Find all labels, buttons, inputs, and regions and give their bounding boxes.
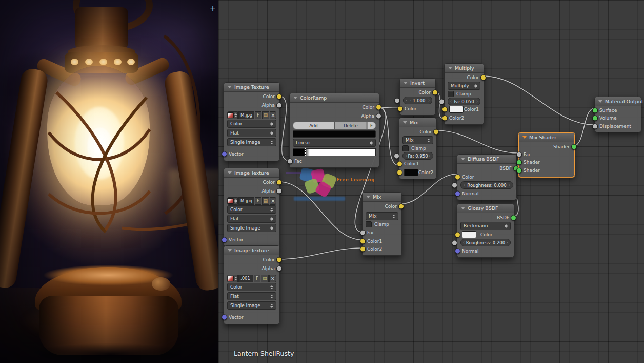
color1-input-socket[interactable] [360,238,366,244]
ramp-stop-tick[interactable] [311,152,311,156]
image-browse-button[interactable] [227,197,238,205]
node-mix-lower[interactable]: Mix Color Mix Clamp Fac Color1 Color2 [362,192,402,256]
color-input-socket[interactable] [455,174,460,180]
clamp-checkbox[interactable] [366,221,372,227]
source-dropdown[interactable]: Single Image [227,138,276,146]
surface-input-socket[interactable] [592,107,598,113]
alpha-output-socket[interactable] [276,265,282,271]
node-header[interactable]: Image Texture [224,246,279,255]
fac-slider[interactable]: ‹Fa: 0.950› [402,152,433,160]
node-header[interactable]: Invert [400,79,435,88]
color-output-socket[interactable] [433,129,439,135]
alpha-output-socket[interactable] [276,188,282,194]
open-image-button[interactable]: ▤ [262,197,269,205]
normal-input-socket[interactable] [455,248,460,254]
node-header[interactable]: Mix [363,193,401,202]
color-output-socket[interactable] [276,257,282,262]
node-header[interactable]: Material Output [595,97,641,106]
vector-input-socket[interactable] [222,237,227,242]
alpha-output-socket[interactable] [276,102,282,108]
node-mix-upper[interactable]: Mix Color Mix Clamp ‹Fa: 0.950› Color1 C… [399,118,437,179]
roughness-slider[interactable]: ‹Roughness: 0.000› [460,181,513,189]
color2-swatch[interactable] [404,169,418,176]
collapse-triangle-icon[interactable] [461,207,465,209]
collapse-triangle-icon[interactable] [461,158,465,160]
collapse-triangle-icon[interactable] [228,249,232,252]
collapse-triangle-icon[interactable] [598,100,602,103]
node-editor[interactable]: Free Learning Free Learning [218,0,644,363]
node-mix-shader[interactable]: Mix Shader Shader Fac Shader Shader [518,132,575,177]
ramp-stop-color-swatch[interactable] [293,130,376,138]
projection-dropdown[interactable]: Flat [227,129,276,137]
collapse-triangle-icon[interactable] [228,171,232,174]
ramp-stop-marker[interactable] [305,148,306,156]
image-browse-button[interactable] [227,111,238,119]
color-space-dropdown[interactable]: Color [227,205,276,214]
fac-input-socket[interactable] [394,98,400,103]
color-space-dropdown[interactable]: Color [227,283,276,291]
projection-dropdown[interactable]: Flat [227,215,276,223]
shader1-input-socket[interactable] [516,160,522,165]
collapse-triangle-icon[interactable] [228,86,232,88]
fake-user-button[interactable]: F [255,111,261,119]
collapse-triangle-icon[interactable] [366,196,370,198]
color-space-dropdown[interactable]: Color [227,120,276,128]
ramp-delete-button[interactable]: Delete [335,122,367,129]
projection-dropdown[interactable]: Flat [227,292,276,300]
color-output-socket[interactable] [480,74,486,80]
color1-swatch[interactable] [449,106,464,113]
color-input-socket[interactable] [455,232,460,237]
vector-input-socket[interactable] [222,151,227,157]
color-input-socket[interactable] [397,106,403,111]
color-output-socket[interactable] [398,203,404,209]
color-output-socket[interactable] [376,104,381,110]
open-image-button[interactable]: ▤ [262,111,269,119]
roughness-input-socket[interactable] [452,182,457,188]
distribution-dropdown[interactable]: Beckmann [460,222,511,230]
ramp-fake-user-button[interactable]: F [367,122,376,129]
fake-user-button[interactable]: F [254,275,260,282]
node-material-output[interactable]: Material Output Surface Volume Displacem… [594,97,641,132]
collapse-triangle-icon[interactable] [293,97,297,99]
vector-input-socket[interactable] [222,314,227,320]
clamp-checkbox[interactable] [402,145,409,151]
normal-input-socket[interactable] [455,190,460,196]
node-glossy-bsdf[interactable]: Glossy BSDF BSDF Beckmann Color ‹Roughne… [457,203,514,258]
region-expand-icon[interactable]: + [208,4,217,13]
blend-type-dropdown[interactable]: Mix [366,212,398,220]
node-header[interactable]: Diffuse BSDF [457,155,516,164]
source-dropdown[interactable]: Single Image [227,301,276,310]
fac-input-socket[interactable] [394,153,399,159]
color2-input-socket[interactable] [397,169,402,175]
collapse-triangle-icon[interactable] [403,121,407,124]
fac-input-socket[interactable] [516,152,522,158]
color-output-socket[interactable] [276,93,282,99]
unlink-image-button[interactable]: × [270,111,276,119]
node-header[interactable]: Multiply [445,64,484,73]
node-header[interactable]: ColorRamp [290,93,379,103]
roughness-input-socket[interactable] [452,240,457,245]
collapse-triangle-icon[interactable] [404,82,408,84]
alpha-output-socket[interactable] [376,113,381,119]
fac-input-socket[interactable] [439,99,445,104]
fac-slider[interactable]: ‹: 1.000› [403,97,432,104]
color-output-socket[interactable] [276,179,282,185]
node-header[interactable]: Image Texture [224,168,279,178]
node-header[interactable]: Image Texture [224,83,279,92]
node-invert[interactable]: Invert Color ‹: 1.000› Color [399,78,436,116]
node-header[interactable]: Mix [399,118,436,127]
image-name-field[interactable]: M.jpg [238,197,254,205]
node-multiply[interactable]: Multiply Color Multiply Clamp ‹Fa: 0.050… [444,63,484,125]
blend-type-dropdown[interactable]: Multiply [448,82,480,90]
node-diffuse-bsdf[interactable]: Diffuse BSDF BSDF Color ‹Roughness: 0.00… [457,154,517,200]
collapse-triangle-icon[interactable] [448,67,452,69]
node-image-texture-1[interactable]: Image Texture Color Alpha M.jpg F ▤ × Co… [224,82,280,161]
shader2-input-socket[interactable] [516,168,522,174]
unlink-image-button[interactable]: × [269,275,276,282]
bsdf-output-socket[interactable] [511,215,516,220]
node-header[interactable]: Glossy BSDF [457,204,514,213]
fac-input-socket[interactable] [287,158,293,164]
fac-slider[interactable]: ‹Fa: 0.050› [448,98,480,105]
displacement-input-socket[interactable] [592,124,598,129]
roughness-slider[interactable]: ‹Roughness: 0.200› [460,239,511,246]
